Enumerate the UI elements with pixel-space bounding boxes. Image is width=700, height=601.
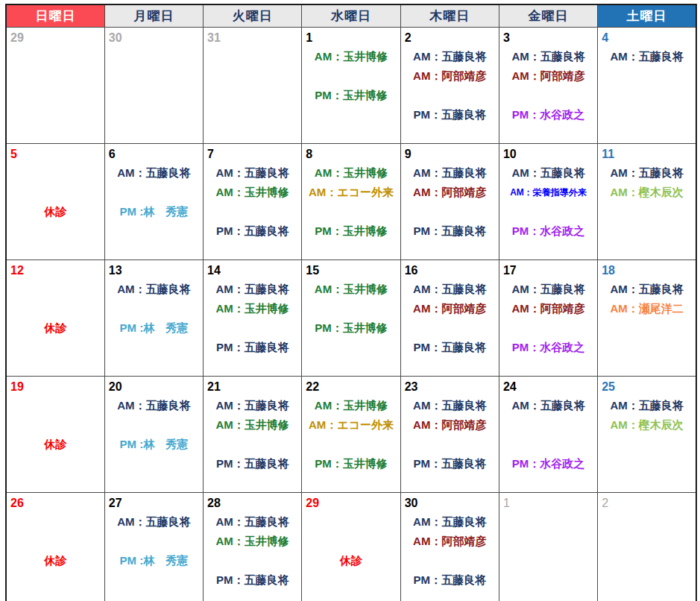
schedule-entry: AM：玉井博修 [302, 163, 400, 183]
schedule-entry: AM：五藤良将 [598, 396, 696, 415]
closed-label: 休診 [7, 202, 104, 221]
schedule-entry: PM：五藤良将 [401, 570, 499, 590]
schedule-entry: PM :林 秀憲 [105, 551, 203, 570]
day-cell-15: 15AM：玉井博修PM：玉井博修 [302, 260, 400, 377]
day-cell-27: 27AM：五藤良将PM :林 秀憲 [104, 493, 203, 601]
schedule-entry: AM：五藤良将 [105, 163, 203, 183]
schedule-entry: AM：玉井博修 [204, 299, 301, 318]
day-cell-23: 23AM：五藤良将AM：阿部靖彦PM：五藤良将 [400, 377, 499, 493]
empty-line [302, 66, 400, 86]
weekday-header-weekday-1: 月曜日 [104, 4, 203, 28]
empty-line [302, 299, 400, 318]
schedule-entry: AM：玉井博修 [302, 396, 400, 415]
schedule-entry: AM：阿部靖彦 [401, 415, 499, 435]
day-cell-24: 24AM：五藤良将PM：水谷政之 [499, 377, 597, 493]
empty-line [401, 202, 499, 221]
schedule-entry: AM：五藤良将 [499, 280, 597, 299]
calendar-container: 日曜日月曜日火曜日水曜日木曜日金曜日土曜日 2930311AM：玉井博修PM：玉… [5, 4, 697, 601]
empty-line [105, 299, 203, 318]
day-cell-21: 21AM：五藤良将AM：玉井博修PM：五藤良将 [204, 377, 302, 493]
closed-label: 休診 [7, 551, 104, 570]
day-number: 29 [302, 494, 400, 512]
empty-line [7, 415, 104, 435]
schedule-entry: PM：玉井博修 [302, 86, 400, 105]
week-row-3: 12休診13AM：五藤良将PM :林 秀憲14AM：五藤良将AM：玉井博修PM：… [6, 260, 696, 377]
empty-line [401, 435, 499, 454]
day-number: 21 [204, 378, 301, 396]
day-cell-4: 4AM：五藤良将 [598, 28, 696, 144]
day-cell-29: 29 [6, 28, 104, 144]
schedule-entry: PM：五藤良将 [401, 221, 499, 241]
empty-line [204, 202, 301, 221]
week-row-4: 19休診20AM：五藤良将PM :林 秀憲21AM：五藤良将AM：玉井博修PM：… [6, 377, 696, 493]
empty-line [204, 318, 301, 338]
schedule-entry: AM：阿部靖彦 [499, 299, 597, 318]
empty-line [401, 86, 499, 105]
empty-line [401, 318, 499, 338]
schedule-entry: AM：エコー外来 [302, 415, 400, 435]
schedule-entry: PM：五藤良将 [401, 454, 499, 473]
schedule-entry: PM：五藤良将 [401, 105, 499, 125]
day-number: 11 [598, 145, 696, 163]
day-cell-1: 1 [499, 493, 597, 601]
empty-line [7, 163, 104, 183]
weekday-header-weekday-4: 木曜日 [400, 4, 499, 28]
day-cell-30: 30AM：五藤良将AM：阿部靖彦PM：五藤良将 [400, 493, 499, 601]
schedule-entry: PM：五藤良将 [204, 570, 301, 590]
empty-line [204, 551, 301, 570]
day-number: 30 [401, 494, 499, 512]
schedule-entry: PM :林 秀憲 [105, 202, 203, 221]
schedule-entry: AM：玉井博修 [302, 47, 400, 66]
schedule-entry: AM：五藤良将 [401, 396, 499, 415]
day-cell-17: 17AM：五藤良将AM：阿部靖彦PM：水谷政之 [499, 260, 597, 377]
schedule-entry: PM：五藤良将 [401, 338, 499, 357]
day-number: 6 [105, 145, 203, 163]
schedule-entry: AM：五藤良将 [499, 163, 597, 183]
day-number: 2 [401, 29, 499, 47]
day-cell-2: 2 [598, 493, 696, 601]
schedule-entry: PM：五藤良将 [204, 454, 301, 473]
day-cell-28: 28AM：五藤良将AM：玉井博修PM：五藤良将 [204, 493, 302, 601]
day-number: 26 [7, 494, 104, 512]
calendar-body: 2930311AM：玉井博修PM：玉井博修2AM：五藤良将AM：阿部靖彦PM：五… [6, 28, 696, 601]
schedule-entry: PM :林 秀憲 [105, 435, 203, 454]
empty-line [401, 551, 499, 570]
schedule-entry: PM：水谷政之 [499, 105, 597, 125]
weekday-header-row: 日曜日月曜日火曜日水曜日木曜日金曜日土曜日 [6, 4, 696, 28]
day-number: 7 [204, 145, 301, 163]
day-number: 16 [401, 262, 499, 280]
empty-line [7, 532, 104, 551]
day-number: 28 [204, 494, 301, 512]
empty-line [105, 454, 203, 473]
empty-line [499, 415, 597, 435]
day-number: 3 [499, 29, 597, 47]
day-number: 9 [401, 145, 499, 163]
day-number: 20 [105, 378, 203, 396]
empty-line [7, 299, 104, 318]
empty-line [499, 86, 597, 105]
schedule-entry: AM：五藤良将 [204, 280, 301, 299]
empty-line [302, 202, 400, 221]
empty-line [105, 570, 203, 590]
empty-line [302, 532, 400, 551]
day-number: 14 [204, 262, 301, 280]
closed-label: 休診 [7, 435, 104, 454]
schedule-entry: PM：五藤良将 [204, 338, 301, 357]
day-number: 10 [499, 145, 597, 163]
day-cell-29: 29休診 [302, 493, 400, 601]
schedule-entry: AM：栄養指導外来 [499, 183, 597, 202]
day-cell-30: 30 [104, 28, 203, 144]
schedule-entry: AM：阿部靖彦 [401, 183, 499, 202]
schedule-entry: PM：水谷政之 [499, 454, 597, 473]
day-number: 22 [302, 378, 400, 396]
weekday-header-weekday-3: 水曜日 [302, 4, 400, 28]
day-number: 15 [302, 262, 400, 280]
day-number: 4 [598, 29, 696, 47]
day-number: 13 [105, 262, 203, 280]
empty-line [7, 280, 104, 299]
day-number: 24 [499, 378, 597, 396]
weekday-header-weekday-5: 金曜日 [499, 4, 597, 28]
day-cell-20: 20AM：五藤良将PM :林 秀憲 [104, 377, 203, 493]
day-number: 17 [499, 262, 597, 280]
day-number: 18 [598, 262, 696, 280]
